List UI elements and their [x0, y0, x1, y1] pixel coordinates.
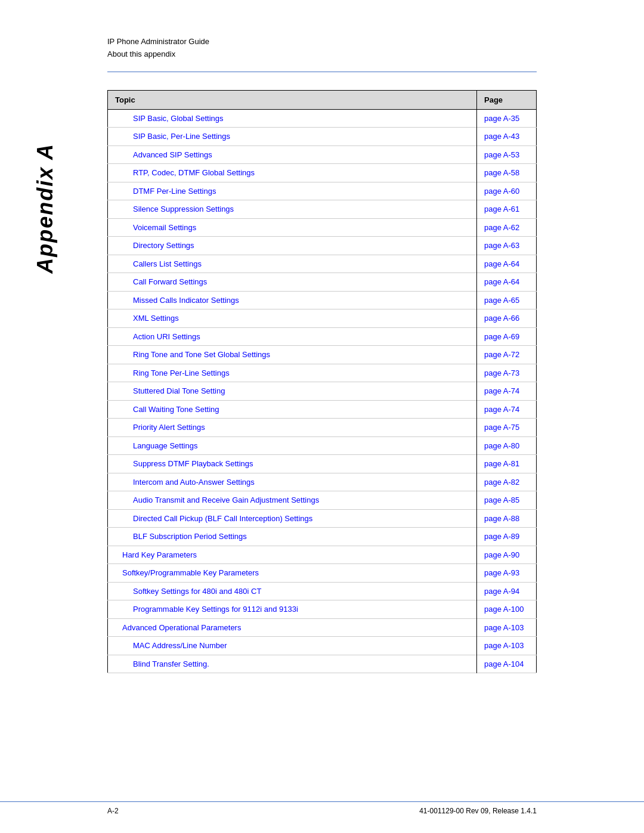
topic-cell[interactable]: SIP Basic, Global Settings [108, 109, 477, 128]
table-row: XML Settingspage A-66 [108, 309, 537, 328]
page-cell[interactable]: page A-66 [477, 309, 537, 328]
page-cell[interactable]: page A-75 [477, 419, 537, 437]
topic-cell[interactable]: Missed Calls Indicator Settings [108, 291, 477, 309]
page-cell[interactable]: page A-63 [477, 237, 537, 255]
page-cell[interactable]: page A-94 [477, 582, 537, 600]
footer-left: A-2 [107, 807, 119, 815]
topic-cell[interactable]: Softkey/Programmable Key Parameters [108, 564, 477, 583]
topic-cell[interactable]: Programmable Key Settings for 9112i and … [108, 600, 477, 619]
table-row: Advanced SIP Settingspage A-53 [108, 145, 537, 164]
topic-cell[interactable]: Advanced SIP Settings [108, 145, 477, 164]
topic-cell[interactable]: Hard Key Parameters [108, 546, 477, 564]
page-cell[interactable]: page A-58 [477, 164, 537, 182]
topic-cell[interactable]: Voicemail Settings [108, 218, 477, 237]
topic-cell[interactable]: Stuttered Dial Tone Setting [108, 382, 477, 401]
appendix-label: Appendix A [33, 143, 58, 274]
table-row: MAC Address/Line Numberpage A-103 [108, 637, 537, 655]
topic-cell[interactable]: Action URI Settings [108, 327, 477, 346]
table-row: SIP Basic, Global Settingspage A-35 [108, 109, 537, 128]
table-row: Programmable Key Settings for 9112i and … [108, 600, 537, 619]
page-cell[interactable]: page A-81 [477, 455, 537, 473]
topic-cell[interactable]: Blind Transfer Setting. [108, 655, 477, 673]
topic-cell[interactable]: Directory Settings [108, 237, 477, 255]
topic-cell[interactable]: Audio Transmit and Receive Gain Adjustme… [108, 491, 477, 510]
page-cell[interactable]: page A-100 [477, 600, 537, 619]
header-line1: IP Phone Administrator Guide [107, 36, 537, 48]
page-cell[interactable]: page A-62 [477, 218, 537, 237]
page-cell[interactable]: page A-65 [477, 291, 537, 309]
page-cell[interactable]: page A-64 [477, 255, 537, 273]
table-row: Priority Alert Settingspage A-75 [108, 419, 537, 437]
topic-cell[interactable]: Suppress DTMF Playback Settings [108, 455, 477, 473]
page-cell[interactable]: page A-35 [477, 109, 537, 128]
table-row: SIP Basic, Per-Line Settingspage A-43 [108, 128, 537, 146]
topic-cell[interactable]: RTP, Codec, DTMF Global Settings [108, 164, 477, 182]
table-row: Callers List Settingspage A-64 [108, 255, 537, 273]
topic-cell[interactable]: SIP Basic, Per-Line Settings [108, 128, 477, 146]
page-cell[interactable]: page A-60 [477, 182, 537, 200]
page-cell[interactable]: page A-89 [477, 528, 537, 546]
table-row: Hard Key Parameterspage A-90 [108, 546, 537, 564]
page-cell[interactable]: page A-74 [477, 382, 537, 401]
topic-cell[interactable]: Ring Tone Per-Line Settings [108, 364, 477, 382]
page-cell[interactable]: page A-69 [477, 327, 537, 346]
topic-cell[interactable]: DTMF Per-Line Settings [108, 182, 477, 200]
table-header-row: Topic Page [108, 90, 537, 109]
page-cell[interactable]: page A-74 [477, 400, 537, 419]
table-row: Directed Call Pickup (BLF Call Intercept… [108, 509, 537, 528]
topic-cell[interactable]: Priority Alert Settings [108, 419, 477, 437]
table-row: Directory Settingspage A-63 [108, 237, 537, 255]
topic-cell[interactable]: Ring Tone and Tone Set Global Settings [108, 346, 477, 364]
table-row: Call Forward Settingspage A-64 [108, 273, 537, 292]
page-cell[interactable]: page A-103 [477, 618, 537, 637]
table-row: Audio Transmit and Receive Gain Adjustme… [108, 491, 537, 510]
table-row: Blind Transfer Setting.page A-104 [108, 655, 537, 673]
table-row: DTMF Per-Line Settingspage A-60 [108, 182, 537, 200]
topic-cell[interactable]: Directed Call Pickup (BLF Call Intercept… [108, 509, 477, 528]
table-row: Call Waiting Tone Settingpage A-74 [108, 400, 537, 419]
page-cell[interactable]: page A-93 [477, 564, 537, 583]
page-cell[interactable]: page A-104 [477, 655, 537, 673]
footer: A-2 41-001129-00 Rev 09, Release 1.4.1 [0, 801, 644, 815]
table-row: Intercom and Auto-Answer Settingspage A-… [108, 473, 537, 491]
header-title: IP Phone Administrator Guide About this … [107, 36, 537, 61]
page-cell[interactable]: page A-90 [477, 546, 537, 564]
table-row: Softkey/Programmable Key Parameterspage … [108, 564, 537, 583]
page-cell[interactable]: page A-80 [477, 436, 537, 455]
table-row: Language Settingspage A-80 [108, 436, 537, 455]
topic-cell[interactable]: MAC Address/Line Number [108, 637, 477, 655]
page-container: IP Phone Administrator Guide About this … [0, 0, 644, 833]
table-row: Missed Calls Indicator Settingspage A-65 [108, 291, 537, 309]
header: IP Phone Administrator Guide About this … [0, 0, 644, 67]
topic-cell[interactable]: Advanced Operational Parameters [108, 618, 477, 637]
table-row: Ring Tone Per-Line Settingspage A-73 [108, 364, 537, 382]
topic-cell[interactable]: Intercom and Auto-Answer Settings [108, 473, 477, 491]
page-cell[interactable]: page A-43 [477, 128, 537, 146]
table-row: Softkey Settings for 480i and 480i CTpag… [108, 582, 537, 600]
table-row: Suppress DTMF Playback Settingspage A-81 [108, 455, 537, 473]
topic-cell[interactable]: Call Waiting Tone Setting [108, 400, 477, 419]
page-cell[interactable]: page A-61 [477, 200, 537, 219]
table-row: Silence Suppression Settingspage A-61 [108, 200, 537, 219]
page-cell[interactable]: page A-73 [477, 364, 537, 382]
topic-cell[interactable]: BLF Subscription Period Settings [108, 528, 477, 546]
page-cell[interactable]: page A-82 [477, 473, 537, 491]
table-row: Advanced Operational Parameterspage A-10… [108, 618, 537, 637]
page-cell[interactable]: page A-64 [477, 273, 537, 292]
topic-cell[interactable]: Silence Suppression Settings [108, 200, 477, 219]
topic-cell[interactable]: XML Settings [108, 309, 477, 328]
table-row: Voicemail Settingspage A-62 [108, 218, 537, 237]
main-content: Topic Page SIP Basic, Global Settingspag… [0, 72, 644, 710]
page-cell[interactable]: page A-103 [477, 637, 537, 655]
table-row: Ring Tone and Tone Set Global Settingspa… [108, 346, 537, 364]
page-cell[interactable]: page A-72 [477, 346, 537, 364]
topic-cell[interactable]: Callers List Settings [108, 255, 477, 273]
topic-cell[interactable]: Softkey Settings for 480i and 480i CT [108, 582, 477, 600]
page-cell[interactable]: page A-53 [477, 145, 537, 164]
topic-cell[interactable]: Language Settings [108, 436, 477, 455]
col-topic: Topic [108, 90, 477, 109]
page-cell[interactable]: page A-85 [477, 491, 537, 510]
footer-right: 41-001129-00 Rev 09, Release 1.4.1 [419, 807, 537, 815]
topic-cell[interactable]: Call Forward Settings [108, 273, 477, 292]
page-cell[interactable]: page A-88 [477, 509, 537, 528]
